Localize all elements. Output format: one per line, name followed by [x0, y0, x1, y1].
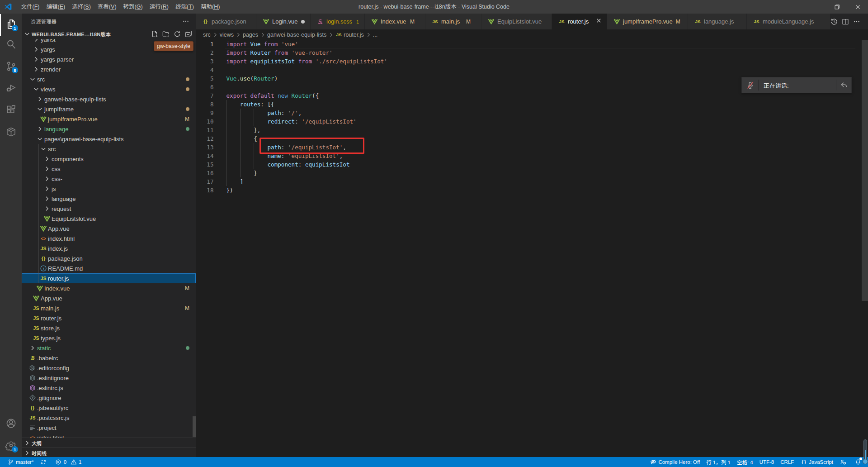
tree-item-App.vue[interactable]: App.vue — [22, 293, 196, 303]
tree-item-jumpIframe[interactable]: jumpIframe — [22, 104, 196, 114]
breadcrumb-item[interactable]: src — [203, 32, 211, 38]
refresh-icon[interactable] — [174, 30, 181, 38]
tab-EquipListslot.vue[interactable]: EquipListslot.vue — [481, 14, 552, 29]
tree-item-.babelrc[interactable]: B.babelrc — [22, 353, 196, 363]
tree-item-App.vue[interactable]: App.vue — [22, 224, 196, 234]
tree-item-static[interactable]: static — [22, 343, 196, 353]
restore-button[interactable] — [826, 0, 847, 14]
tree-item-.jsbeautifyrc[interactable]: {}.jsbeautifyrc — [22, 403, 196, 413]
ellipsis-icon[interactable] — [853, 18, 861, 26]
tab-Login.vue[interactable]: Login.vue — [256, 14, 311, 29]
tree-item-language[interactable]: language — [22, 124, 196, 134]
tree-item-store.js[interactable]: JSstore.js — [22, 323, 196, 333]
tree-item-types.js[interactable]: JStypes.js — [22, 333, 196, 343]
tree-item-pages_ganwei-base-equip-lists[interactable]: pages\ganwei-base-equip-lists — [22, 134, 196, 144]
tree-item-EquipListslot.vue[interactable]: EquipListslot.vue — [22, 214, 196, 224]
menu-e[interactable]: 编辑(E) — [43, 0, 69, 14]
reply-icon[interactable] — [840, 81, 848, 90]
history-icon[interactable] — [830, 18, 838, 26]
menu-g[interactable]: 转到(G) — [120, 0, 146, 14]
status-sync-icon[interactable] — [37, 457, 52, 467]
breadcrumb-item[interactable]: JSrouter.js — [335, 31, 363, 38]
collapse-all-icon[interactable] — [185, 30, 192, 38]
close-icon[interactable] — [595, 17, 602, 26]
status-0[interactable]: 01 — [52, 457, 85, 467]
tree-item-views[interactable]: views — [22, 84, 196, 94]
tab-router.js[interactable]: JSrouter.js — [552, 14, 607, 29]
tree-item-.eslintrc.js[interactable]: .eslintrc.js — [22, 383, 196, 393]
menu-t[interactable]: 终端(T) — [172, 0, 198, 14]
activity-search[interactable] — [0, 34, 22, 56]
status-空格__4[interactable]: 空格: 4 — [734, 457, 756, 467]
menu-v[interactable]: 查看(V) — [94, 0, 120, 14]
tree-item-package.json[interactable]: {}package.json — [22, 253, 196, 263]
close-button[interactable] — [847, 0, 868, 14]
tree-item-zrender[interactable]: zrender — [22, 64, 196, 74]
tree-item-request[interactable]: request — [22, 204, 196, 214]
new-folder-icon[interactable] — [162, 30, 170, 38]
tab-main.js[interactable]: JSmain.jsM — [425, 14, 481, 29]
split-editor-icon[interactable] — [841, 18, 849, 26]
tab-language.js[interactable]: JSlanguage.js — [688, 14, 747, 29]
activity-extensions[interactable] — [0, 100, 22, 121]
activity-package[interactable] — [0, 122, 22, 143]
menu-r[interactable]: 运行(R) — [146, 0, 172, 14]
sidebar-scrollbar[interactable] — [193, 416, 196, 437]
status-Compile_Hero__Off[interactable]: Compile Hero: Off — [646, 457, 703, 467]
tab-package.json[interactable]: {}package.json — [196, 14, 256, 29]
tree-item-yargs-parser[interactable]: yargs-parser — [22, 54, 196, 64]
tab-moduleLanguage.js[interactable]: JSmoduleLanguage.js — [747, 14, 831, 29]
tree-item-css[interactable]: css — [22, 164, 196, 174]
tree-item-src[interactable]: src — [22, 144, 196, 154]
breadcrumb-item[interactable]: views — [220, 32, 234, 38]
status-UTF-8[interactable]: UTF-8 — [756, 457, 778, 467]
tree-item-router.js[interactable]: JSrouter.js — [22, 313, 196, 323]
activity-run-debug[interactable] — [0, 77, 22, 99]
folder-section-header[interactable]: WEBUI-BASE-FRAME---I18N版本 — [22, 29, 196, 39]
status-feedback-icon[interactable] — [836, 457, 851, 467]
tree-item-css-[interactable]: css- — [22, 174, 196, 184]
menu-h[interactable]: 帮助(H) — [197, 0, 223, 14]
menu-s[interactable]: 选择(S) — [69, 0, 94, 14]
tree-item-README.md[interactable]: README.md — [22, 263, 196, 273]
outline-panel-header[interactable]: 大纲 — [22, 438, 196, 448]
tree-item-router.js[interactable]: JSrouter.js — [22, 273, 196, 283]
code-editor[interactable]: 1import Vue from 'vue'2import Router fro… — [196, 40, 868, 457]
timeline-panel-header[interactable]: 时间线 — [22, 448, 196, 457]
tree-item-js[interactable]: js — [22, 184, 196, 194]
tree-item-.postcssrc.js[interactable]: JS.postcssrc.js — [22, 413, 196, 423]
tree-item-language[interactable]: language — [22, 194, 196, 204]
breadcrumb-item[interactable]: pages — [243, 32, 258, 38]
tab-Index.vue[interactable]: Index.vueM — [365, 14, 425, 29]
editor-scrollbar[interactable] — [862, 40, 868, 301]
activity-settings[interactable]: 1 — [0, 435, 22, 457]
tab-login.scss[interactable]: login.scss1 — [311, 14, 365, 29]
status-CRLF[interactable]: CRLF — [777, 457, 797, 467]
mic-muted-icon[interactable] — [746, 81, 755, 90]
activity-source-control[interactable]: 8 — [0, 56, 22, 78]
tree-item-index.html[interactable]: <>index.html — [22, 433, 196, 438]
tree-item-ganwei-base-equip-lists[interactable]: ganwei-base-equip-lists — [22, 94, 196, 104]
sidebar-more-actions-icon[interactable] — [182, 14, 189, 29]
breadcrumb-item[interactable]: ... — [373, 32, 377, 38]
tree-item-.editorconfig[interactable]: .editorconfig — [22, 363, 196, 373]
status-JavaScript[interactable]: { }JavaScript — [797, 457, 836, 467]
tree-item-Index.vue[interactable]: Index.vueM — [22, 283, 196, 293]
tree-item-main.js[interactable]: JSmain.jsM — [22, 303, 196, 313]
tree-item-.eslintignore[interactable]: .eslintignore — [22, 373, 196, 383]
breadcrumb-item[interactable]: ganwei-base-equip-lists — [267, 32, 326, 38]
status-master*[interactable]: master* — [4, 457, 37, 467]
new-file-icon[interactable] — [151, 30, 158, 38]
activity-explorer[interactable]: 1 — [0, 14, 22, 36]
minimize-button[interactable] — [806, 0, 826, 14]
status-行_1_列_1[interactable]: 行 1，列 1 — [703, 457, 734, 467]
tree-item-components[interactable]: components — [22, 154, 196, 164]
tree-item-index.html[interactable]: <>index.html — [22, 234, 196, 243]
tree-item-.project[interactable]: .project — [22, 423, 196, 433]
tree-item-.gitignore[interactable]: .gitignore — [22, 393, 196, 403]
tree-item-jumpIframePro.vue[interactable]: jumpIframePro.vueM — [22, 114, 196, 124]
activity-account[interactable] — [0, 413, 22, 435]
tree-item-index.js[interactable]: JSindex.js — [22, 243, 196, 253]
menu-f[interactable]: 文件(F) — [18, 0, 43, 14]
tree-item-src[interactable]: src — [22, 74, 196, 84]
